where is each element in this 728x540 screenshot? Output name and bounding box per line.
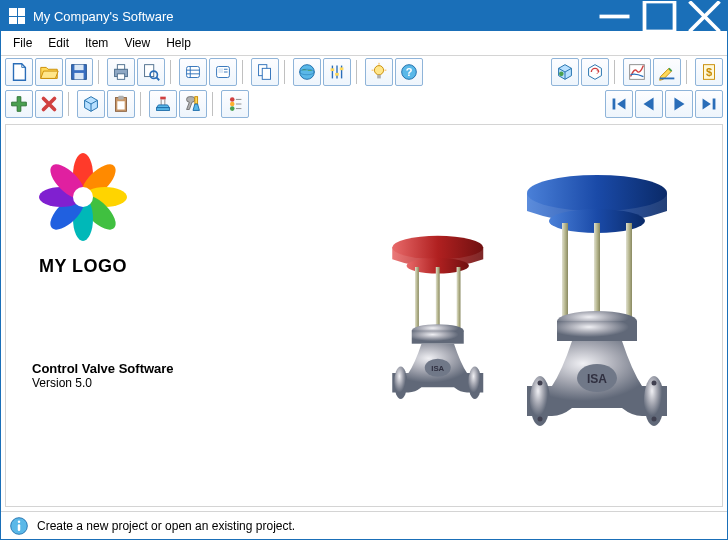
toolbar-2: [1, 88, 727, 120]
prev-button[interactable]: [635, 90, 663, 118]
settings-sliders-button[interactable]: [323, 58, 351, 86]
traffic-light-button[interactable]: [221, 90, 249, 118]
title-bar: My Company's Software: [1, 1, 727, 31]
svg-rect-29: [335, 73, 339, 76]
logo-area: MY LOGO: [28, 149, 138, 277]
product-info: Control Valve Software Version 5.0: [32, 361, 174, 390]
save-button[interactable]: [65, 58, 93, 86]
idea-bulb-button[interactable]: [365, 58, 393, 86]
svg-rect-58: [713, 99, 716, 110]
print-preview-button[interactable]: [137, 58, 165, 86]
svg-rect-50: [195, 97, 198, 104]
svg-point-82: [652, 417, 657, 422]
svg-rect-9: [117, 74, 124, 80]
svg-text:?: ?: [406, 66, 413, 78]
svg-rect-72: [626, 223, 632, 318]
content-area: MY LOGO Control Valve Software Version 5…: [5, 124, 723, 507]
info-icon: [9, 516, 29, 536]
maximize-button[interactable]: [637, 1, 682, 31]
logo-text: MY LOGO: [28, 256, 138, 277]
edit-pencil-button[interactable]: [653, 58, 681, 86]
svg-rect-49: [157, 108, 170, 111]
product-name: Control Valve Software: [32, 361, 174, 376]
valve-illustration: ISA ISA: [332, 133, 692, 496]
menu-file[interactable]: File: [5, 33, 40, 53]
valve-icon-button[interactable]: [149, 90, 177, 118]
svg-point-90: [394, 366, 407, 399]
svg-rect-70: [562, 223, 568, 318]
svg-rect-5: [74, 65, 83, 71]
logo-flower-icon: [28, 149, 138, 249]
svg-rect-13: [187, 67, 200, 78]
svg-rect-30: [340, 67, 344, 70]
svg-rect-22: [262, 68, 270, 79]
svg-point-80: [538, 417, 543, 422]
svg-rect-44: [118, 96, 124, 100]
svg-point-38: [559, 72, 564, 77]
svg-point-23: [300, 65, 315, 80]
minimize-button[interactable]: [592, 1, 637, 31]
card-button[interactable]: [209, 58, 237, 86]
globe-button[interactable]: [293, 58, 321, 86]
svg-point-91: [468, 366, 481, 399]
toolbar-1: ? $: [1, 56, 727, 88]
svg-point-52: [230, 102, 235, 107]
first-button[interactable]: [605, 90, 633, 118]
product-version: Version 5.0: [32, 376, 174, 390]
svg-rect-71: [594, 223, 600, 318]
cube-button[interactable]: [77, 90, 105, 118]
svg-rect-85: [415, 267, 419, 329]
add-button[interactable]: [5, 90, 33, 118]
chart-curve-button[interactable]: [623, 58, 651, 86]
clipboard-button[interactable]: [107, 90, 135, 118]
next-button[interactable]: [665, 90, 693, 118]
svg-rect-57: [613, 99, 616, 110]
tools-button[interactable]: [179, 90, 207, 118]
svg-rect-86: [436, 267, 440, 329]
delete-button[interactable]: [35, 90, 63, 118]
status-bar: Create a new project or open an existing…: [1, 511, 727, 539]
close-button[interactable]: [682, 1, 727, 31]
status-message: Create a new project or open an existing…: [37, 519, 295, 533]
menu-view[interactable]: View: [116, 33, 158, 53]
svg-rect-8: [117, 65, 124, 70]
last-button[interactable]: [695, 90, 723, 118]
svg-rect-40: [660, 78, 675, 80]
svg-rect-32: [377, 75, 381, 79]
svg-rect-89: [412, 331, 464, 344]
menu-item[interactable]: Item: [77, 33, 116, 53]
new-file-button[interactable]: [5, 58, 33, 86]
svg-rect-46: [160, 97, 166, 100]
module-box-button[interactable]: [551, 58, 579, 86]
menu-help[interactable]: Help: [158, 33, 199, 53]
copy-button[interactable]: [251, 58, 279, 86]
svg-rect-18: [218, 68, 223, 73]
rotate-box-button[interactable]: [581, 58, 609, 86]
svg-rect-96: [18, 524, 21, 531]
svg-rect-87: [457, 267, 461, 329]
help-button[interactable]: ?: [395, 58, 423, 86]
svg-rect-6: [74, 73, 83, 79]
svg-rect-74: [557, 321, 637, 341]
print-button[interactable]: [107, 58, 135, 86]
svg-point-67: [73, 187, 93, 207]
svg-line-12: [157, 78, 160, 81]
svg-rect-28: [331, 68, 335, 71]
menu-bar: File Edit Item View Help: [1, 31, 727, 56]
svg-text:ISA: ISA: [431, 364, 444, 373]
menu-edit[interactable]: Edit: [40, 33, 77, 53]
cost-report-button[interactable]: $: [695, 58, 723, 86]
open-file-button[interactable]: [35, 58, 63, 86]
svg-point-81: [652, 381, 657, 386]
app-icon: [9, 8, 25, 24]
svg-text:$: $: [706, 66, 712, 78]
svg-point-53: [230, 106, 235, 111]
svg-text:ISA: ISA: [587, 372, 607, 386]
database-button[interactable]: [179, 58, 207, 86]
svg-rect-45: [117, 101, 124, 109]
svg-rect-1: [645, 1, 675, 31]
svg-point-95: [18, 520, 21, 523]
svg-point-31: [374, 66, 383, 75]
window-title: My Company's Software: [33, 9, 592, 24]
svg-point-79: [538, 381, 543, 386]
